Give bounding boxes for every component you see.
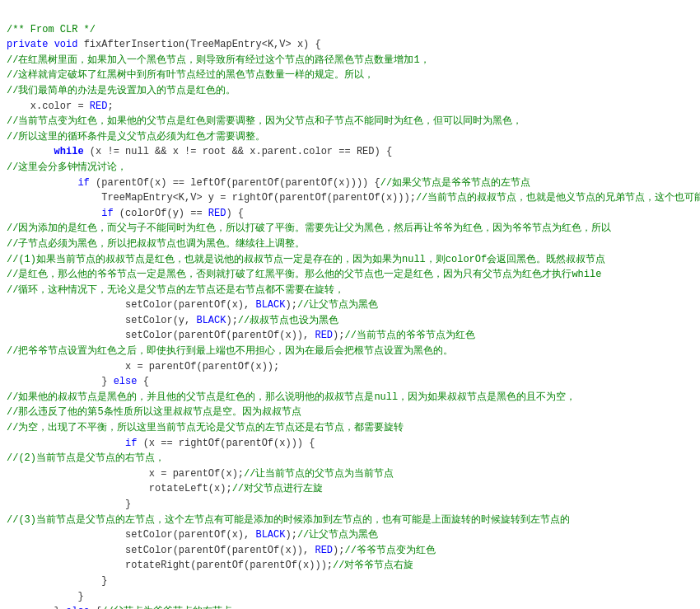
- code-line: //所以这里的循环条件是义父节点必须为红色才需要调整。: [3, 129, 697, 145]
- code-line: //如果他的叔叔节点是黑色的，并且他的父节点是红色的，那么说明他的叔叔节点是nu…: [3, 390, 697, 405]
- code-line: x = parentOf(x);//让当前节点的父节点为当前节点: [3, 466, 697, 482]
- code-line: private void fixAfterInsertion(TreeMapEn…: [3, 37, 697, 53]
- code-line: //子节点必须为黑色，所以把叔叔节点也调为黑色。继续往上调整。: [3, 237, 697, 252]
- code-line: setColor(parentOf(parentOf(x)), RED);//爷…: [3, 543, 697, 559]
- code-line: setColor(parentOf(parentOf(x)), RED);//当…: [3, 328, 697, 344]
- code-line: TreeMapEntry<K,V> y = rightOf(parentOf(p…: [3, 190, 697, 206]
- code-line: //这样就肯定破坏了红黑树中到所有叶节点经过的黑色节点数量一样的规定。所以，: [3, 68, 697, 83]
- code-line: //我们最简单的办法是先设置加入的节点是红色的。: [3, 83, 697, 99]
- code-line: //把爷爷节点设置为红色之后，即使执行到最上端也不用担心，因为在最后会把根节点设…: [3, 344, 697, 359]
- code-line: if (colorOf(y) == RED) {: [3, 206, 697, 222]
- code-line: //是红色，那么他的爷爷节点一定是黑色，否则就打破了红黑平衡。那么他的父节点也一…: [3, 267, 697, 283]
- code-line: } else {//父节点为爷爷节点的右节点: [3, 604, 697, 609]
- code-line: x = parentOf(parentOf(x));: [3, 359, 697, 375]
- code-line: //(1)如果当前节点的叔叔节点是红色，也就是说他的叔叔节点一定是存在的，因为如…: [3, 252, 697, 268]
- code-line: //(3)当前节点是父节点的左节点，这个左节点有可能是添加的时候添加到左节点的，…: [3, 513, 697, 528]
- code-line: }: [3, 589, 697, 605]
- code-line: //在红黑树里面，如果加入一个黑色节点，则导致所有经过这个节点的路径黑色节点数量…: [3, 53, 697, 68]
- code-line: x.color = RED;: [3, 99, 697, 115]
- code-line: //为空，出现了不平衡，所以这里当前节点无论是父节点的左节点还是右节点，都需要旋…: [3, 420, 697, 436]
- code-line: setColor(parentOf(x), BLACK);//让父节点为黑色: [3, 297, 697, 313]
- code-line: //这里会分多钟情况讨论，: [3, 160, 697, 176]
- code-line: /** From CLR */: [3, 22, 697, 38]
- code-line: rotateRight(parentOf(parentOf(x)));//对爷爷…: [3, 558, 697, 574]
- code-line: while (x != null && x != root && x.paren…: [3, 144, 697, 160]
- code-line: if (parentOf(x) == leftOf(parentOf(paren…: [3, 176, 697, 191]
- code-line: //循环，这种情况下，无论义是父节点的左节点还是右节点都不需要在旋转，: [3, 283, 697, 298]
- code-line: } else {: [3, 374, 697, 390]
- code-line: }: [3, 497, 697, 513]
- code-line: }: [3, 574, 697, 589]
- code-line: //当前节点变为红色，如果他的父节点是红色则需要调整，因为父节点和子节点不能同时…: [3, 114, 697, 129]
- code-line: if (x == rightOf(parentOf(x))) {: [3, 436, 697, 452]
- code-line: //(2)当前节点是父节点的右节点，: [3, 451, 697, 466]
- code-container: /** From CLR */private void fixAfterInse…: [0, 0, 700, 609]
- code-line: rotateLeft(x);//对父节点进行左旋: [3, 481, 697, 497]
- code-line: //那么违反了他的第5条性质所以这里叔叔节点是空。因为叔叔节点: [3, 405, 697, 420]
- code-line: setColor(y, BLACK);//叔叔节点也设为黑色: [3, 313, 697, 329]
- code-line: //因为添加的是红色，而父与子不能同时为红色，所以打破了平衡。需要先让父为黑色，…: [3, 221, 697, 237]
- code-line: setColor(parentOf(x), BLACK);//让父节点为黑色: [3, 527, 697, 543]
